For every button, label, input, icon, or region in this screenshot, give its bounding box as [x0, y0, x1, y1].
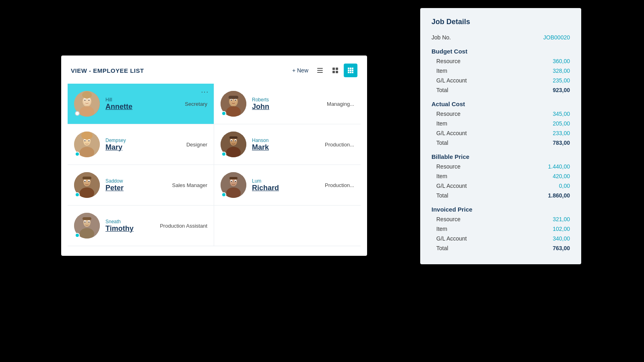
billable-item-label: Item	[436, 173, 447, 179]
actual-total-row: Total 783,00	[436, 138, 570, 148]
section-budget-cost: Budget Cost	[431, 48, 570, 55]
svg-rect-14	[350, 72, 351, 73]
section-billable-price: Billable Price	[431, 153, 570, 160]
job-no-label: Job No.	[431, 34, 451, 41]
employee-lastname-sneath: Sneath	[105, 219, 151, 224]
svg-rect-4	[336, 68, 338, 70]
actual-total-value: 783,00	[553, 140, 570, 146]
employee-firstname-sneath: Timothy	[105, 224, 151, 233]
employee-info-hanson: Hanson Mark	[252, 138, 316, 152]
svg-point-32	[235, 100, 236, 101]
employee-firstname-dempsey: Mary	[105, 143, 178, 152]
svg-point-40	[89, 140, 90, 142]
actual-gl-value: 233,00	[553, 130, 570, 136]
employee-card-sneath[interactable]: Sneath Timothy Production Assistant	[68, 206, 214, 246]
employee-info-saddow: Saddow Peter	[105, 178, 163, 192]
employee-role-hanson: Production...	[322, 142, 354, 148]
new-button[interactable]: + New	[292, 67, 308, 74]
avatar-wrap-lum	[221, 172, 246, 198]
svg-rect-13	[348, 72, 349, 73]
svg-rect-57	[83, 177, 91, 179]
invoiced-resource-row: Resource 321,00	[436, 214, 570, 224]
billable-resource-value: 1.440,00	[548, 163, 570, 170]
billable-total-row: Total 1.860,00	[436, 191, 570, 200]
employee-lastname-saddow: Saddow	[105, 178, 163, 184]
actual-resource-row: Resource 345,00	[436, 109, 570, 119]
svg-rect-0	[317, 68, 323, 69]
billable-resource-label: Resource	[436, 163, 460, 170]
employee-role-roberts: Managing...	[324, 101, 354, 107]
employee-firstname-hill: Annette	[105, 103, 176, 111]
grid-view-button[interactable]	[344, 64, 357, 77]
budget-resource-label: Resource	[436, 58, 460, 64]
svg-rect-8	[350, 68, 351, 69]
svg-rect-73	[83, 217, 91, 220]
employee-info-roberts: Roberts John	[252, 97, 318, 111]
svg-rect-7	[348, 68, 349, 69]
invoiced-gl-value: 340,00	[553, 235, 570, 242]
svg-rect-5	[332, 71, 335, 73]
status-dot-hill	[75, 111, 80, 116]
job-panel-title: Job Details	[431, 18, 570, 26]
billable-resource-row: Resource 1.440,00	[436, 162, 570, 171]
panel-header: VIEW - EMPLOYEE LIST + New	[61, 56, 367, 84]
actual-item-label: Item	[436, 120, 447, 127]
svg-point-39	[85, 140, 86, 142]
svg-rect-15	[352, 72, 353, 73]
budget-item-row: Item 328,00	[436, 66, 570, 76]
budget-gl-row: G/L Account 235,00	[436, 76, 570, 85]
budget-total-label: Total	[436, 87, 448, 93]
invoiced-gl-label: G/L Account	[436, 235, 467, 242]
svg-rect-11	[350, 70, 351, 71]
billable-price-rows: Resource 1.440,00 Item 420,00 G/L Accoun…	[431, 162, 570, 200]
invoiced-total-label: Total	[436, 245, 448, 251]
svg-point-71	[85, 222, 86, 223]
employee-lastname-roberts: Roberts	[252, 97, 318, 103]
actual-item-value: 205,00	[553, 120, 570, 127]
svg-point-72	[89, 222, 90, 223]
employee-role-sneath: Production Assistant	[157, 223, 207, 229]
invoiced-resource-label: Resource	[436, 216, 460, 222]
employee-list-panel: VIEW - EMPLOYEE LIST + New	[61, 56, 367, 256]
svg-point-23	[89, 100, 90, 101]
budget-item-value: 328,00	[553, 68, 570, 74]
svg-rect-33	[229, 96, 238, 99]
invoiced-item-label: Item	[436, 226, 447, 232]
svg-rect-6	[336, 71, 338, 73]
budget-gl-value: 235,00	[553, 77, 570, 84]
employee-role-saddow: Sales Manager	[169, 182, 207, 188]
invoiced-total-value: 763,00	[553, 245, 570, 251]
invoiced-gl-row: G/L Account 340,00	[436, 234, 570, 243]
svg-point-55	[85, 181, 86, 182]
svg-rect-1	[317, 70, 323, 71]
employee-card-lum[interactable]: Lum Richard Production...	[214, 165, 361, 206]
svg-point-41	[81, 132, 93, 140]
employee-card-dempsey[interactable]: Dempsey Mary Designer	[68, 124, 214, 165]
tile-view-button[interactable]	[328, 64, 342, 77]
actual-item-row: Item 205,00	[436, 119, 570, 128]
billable-gl-label: G/L Account	[436, 183, 467, 189]
svg-point-31	[231, 100, 232, 101]
employee-card-roberts[interactable]: Roberts John Managing...	[214, 84, 361, 124]
employee-card-saddow[interactable]: Saddow Peter Sales Manager	[68, 165, 214, 206]
more-options-button-hill[interactable]: ···	[201, 88, 209, 96]
employee-lastname-dempsey: Dempsey	[105, 138, 178, 143]
avatar-wrap-dempsey	[74, 132, 100, 157]
svg-rect-12	[352, 70, 353, 71]
budget-resource-value: 360,00	[553, 58, 570, 64]
avatar-wrap-sneath	[74, 213, 100, 239]
invoiced-resource-value: 321,00	[553, 216, 570, 222]
employee-card-hanson[interactable]: Hanson Mark Production...	[214, 124, 361, 165]
list-view-button[interactable]	[313, 64, 327, 77]
billable-gl-value: 0,00	[559, 183, 570, 189]
avatar-wrap-saddow	[74, 172, 100, 198]
status-dot-sneath	[75, 233, 80, 238]
actual-gl-label: G/L Account	[436, 130, 467, 136]
billable-item-value: 420,00	[553, 173, 570, 179]
employee-lastname-lum: Lum	[252, 178, 316, 184]
svg-rect-65	[229, 177, 237, 179]
svg-rect-10	[348, 70, 349, 71]
svg-point-24	[82, 91, 92, 99]
actual-gl-row: G/L Account 233,00	[436, 128, 570, 138]
employee-card-hill[interactable]: ···	[68, 84, 214, 124]
